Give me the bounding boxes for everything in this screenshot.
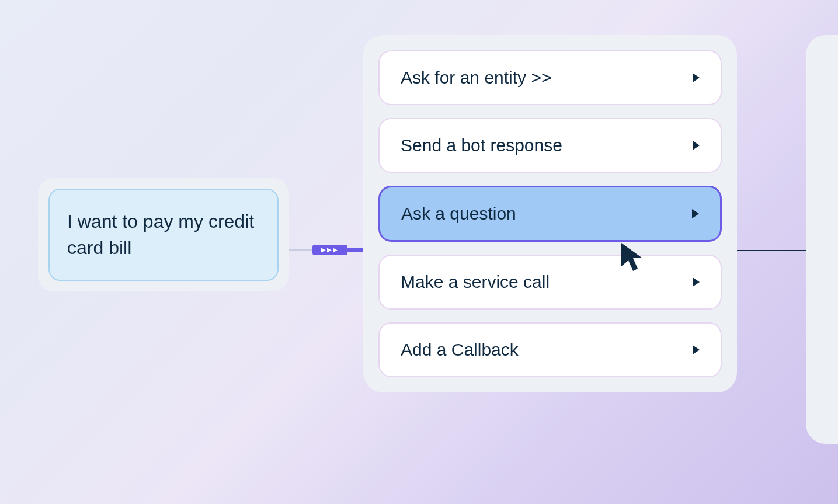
flow-connector: ▶▶▶ [289, 245, 371, 255]
caret-right-icon [693, 73, 700, 82]
connector-line-right [737, 250, 807, 251]
option-label: Ask a question [401, 204, 692, 224]
option-label: Ask for an entity >> [401, 68, 693, 88]
intent-node[interactable]: I want to pay my credit card bill [38, 178, 289, 291]
caret-right-icon [693, 277, 700, 287]
connector-flow-icon: ▶▶▶ [312, 245, 347, 255]
caret-right-icon [693, 141, 700, 150]
option-send-bot-response[interactable]: Send a bot response [378, 118, 722, 173]
option-label: Make a service call [401, 272, 693, 292]
flow-canvas: I want to pay my credit card bill ▶▶▶ As… [0, 0, 838, 504]
caret-right-icon [693, 345, 700, 354]
intent-text: I want to pay my credit card bill [67, 211, 254, 258]
next-panel-peek [806, 35, 838, 444]
caret-right-icon [692, 209, 699, 218]
option-make-service-call[interactable]: Make a service call [378, 255, 722, 310]
option-label: Send a bot response [401, 135, 693, 155]
option-ask-question[interactable]: Ask a question [378, 186, 722, 242]
option-add-callback[interactable]: Add a Callback [378, 322, 722, 377]
option-ask-entity[interactable]: Ask for an entity >> [378, 50, 722, 105]
intent-text-box: I want to pay my credit card bill [48, 189, 279, 281]
chevrons-right-icon: ▶▶▶ [321, 247, 339, 253]
option-label: Add a Callback [401, 340, 693, 360]
action-options-panel: Ask for an entity >> Send a bot response… [363, 35, 737, 392]
